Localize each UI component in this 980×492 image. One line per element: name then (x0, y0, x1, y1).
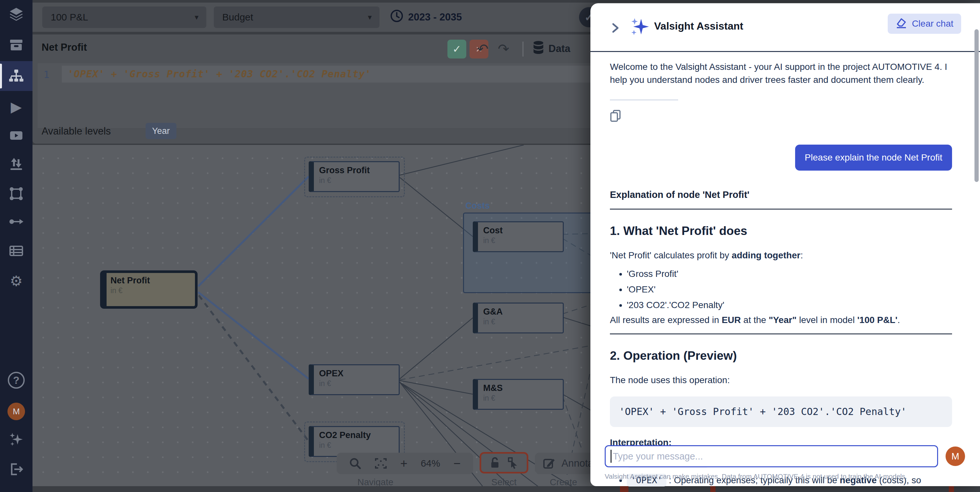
node-opex[interactable]: OPEX in € (309, 364, 400, 395)
archive-icon (8, 37, 24, 54)
sidebar-item-import-export[interactable] (0, 149, 32, 179)
node-net-profit[interactable]: Net Profit in € (100, 271, 197, 309)
frame-icon (8, 186, 24, 203)
play-icon: ▶ (11, 99, 22, 115)
sidebar-item-run[interactable]: ▶ (0, 92, 32, 121)
response-divider (610, 333, 952, 334)
copy-icon[interactable] (610, 110, 952, 126)
clock-icon (390, 9, 404, 25)
zoom-level-value: 64% (421, 458, 440, 469)
line-number: 1 (43, 69, 49, 80)
sidebar-item-models[interactable] (0, 0, 32, 30)
bullet-item: 'OPEX' (627, 283, 952, 296)
sidebar-item-logout[interactable] (0, 455, 32, 485)
sidebar-item-tables[interactable] (0, 237, 32, 266)
response-bullets: 'Gross Profit' 'OPEX' '203 CO2'.'CO2 Pen… (627, 267, 952, 311)
sidebar-item-objects[interactable] (0, 179, 32, 209)
app-window: ▶ ⚙ ? M (0, 0, 980, 492)
sidebar: ▶ ⚙ ? M (0, 0, 32, 492)
node-co2-penalty[interactable]: CO2 Penalty in € (309, 426, 400, 457)
unlock-icon[interactable] (489, 457, 501, 469)
clear-chat-label: Clear chat (912, 19, 953, 29)
navigate-tool-group: + 64% − (337, 453, 473, 474)
model-dropdown[interactable]: 100 P&L ▾ (42, 6, 206, 28)
time-range-picker[interactable]: 2023 - 2035 (390, 6, 462, 28)
gear-icon: ⚙ (10, 273, 22, 289)
red-accent-fragment (620, 486, 628, 492)
flow-icon (8, 214, 24, 231)
response-divider (610, 209, 952, 210)
sidebar-item-presentations[interactable] (0, 121, 32, 151)
response-heading: Explanation of node 'Net Profit' (610, 188, 952, 201)
fit-view-icon[interactable] (375, 457, 387, 470)
chat-input-row: M (605, 445, 967, 467)
sidebar-item-settings[interactable]: ⚙ (0, 266, 32, 296)
formula-text: 'OPEX' + 'Gross Profit' + '203 CO2'.'CO2… (68, 68, 371, 80)
database-icon (532, 40, 544, 57)
bottom-window-strip (0, 486, 980, 492)
chevron-down-icon: ▾ (368, 13, 372, 22)
scenario-dropdown[interactable]: Budget ▾ (214, 6, 380, 28)
assistant-welcome-message: Welcome to the Valsight Assistant - your… (610, 61, 952, 86)
bullet-item: 'Gross Profit' (627, 267, 952, 280)
response-section1-title: 1. What 'Net Profit' does (610, 223, 952, 240)
node-cost[interactable]: Cost in € (473, 221, 564, 252)
chat-user-avatar: M (945, 446, 965, 466)
table-icon (8, 243, 24, 260)
user-message-row: Please explain the node Net Profit (610, 145, 952, 170)
sidebar-item-driver-tree[interactable] (0, 61, 32, 91)
scenario-dropdown-value: Budget (222, 12, 253, 23)
node-ga[interactable]: G&A in € (473, 303, 564, 333)
zoom-out-button[interactable]: − (453, 457, 460, 469)
node-gross-profit[interactable]: Gross Profit in € (309, 161, 400, 192)
chevron-down-icon: ▾ (195, 13, 199, 22)
formula-node-title: Net Profit (41, 41, 87, 53)
assistant-header: Valsight Assistant Clear chat (590, 3, 980, 52)
toolbar-divider (522, 41, 523, 57)
transfer-icon (8, 155, 24, 172)
layers-icon (8, 6, 24, 23)
red-accent-fragment (710, 486, 716, 492)
sidebar-user-avatar[interactable]: M (0, 396, 32, 426)
bullet-item: '203 CO2'.'CO2 Penalty' (627, 299, 952, 312)
sidebar-item-flows[interactable] (0, 207, 32, 237)
node-ms[interactable]: M&S in € (473, 379, 564, 410)
group-label-costs: Costs (465, 201, 490, 211)
text-caret (611, 450, 611, 463)
data-button[interactable]: Data (532, 40, 570, 57)
help-icon: ? (8, 372, 25, 389)
sidebar-item-help[interactable]: ? (0, 365, 32, 395)
apply-formula-button[interactable]: ✓ (447, 40, 466, 59)
sidebar-item-assistant[interactable] (0, 425, 32, 455)
chat-scrollbar[interactable] (974, 29, 979, 182)
search-icon[interactable] (349, 457, 361, 470)
zoom-in-button[interactable]: + (400, 457, 407, 469)
red-accent-fragment (949, 486, 954, 492)
select-tool-group (480, 452, 528, 473)
response-section2-title: 2. Operation (Preview) (610, 347, 952, 365)
assistant-messages[interactable]: Welcome to the Valsight Assistant - your… (610, 52, 952, 438)
tree-icon (8, 68, 24, 84)
response-section1-intro: 'Net Profit' calculates profit by adding… (610, 249, 952, 262)
assistant-disclaimer: Valsight Assistant can make mistakes. Da… (605, 473, 907, 480)
select-cursor-icon[interactable] (507, 457, 519, 469)
operation-code-block: 'OPEX' + 'Gross Profit' + '203 CO2'.'CO2… (610, 396, 952, 427)
logout-icon (8, 462, 24, 478)
message-divider (610, 99, 678, 100)
level-chip-year[interactable]: Year (146, 123, 177, 139)
redo-button[interactable]: ↷ (498, 40, 509, 58)
user-message-bubble: Please explain the node Net Profit (795, 145, 952, 170)
sparkles-icon (8, 431, 24, 449)
chat-message-input[interactable] (605, 445, 938, 467)
clear-chat-button[interactable]: Clear chat (888, 14, 961, 34)
sidebar-item-archive[interactable] (0, 30, 32, 61)
assistant-title: Valsight Assistant (654, 20, 743, 32)
time-range-value: 2023 - 2035 (408, 11, 462, 23)
annotate-icon[interactable] (542, 457, 556, 470)
available-levels-label: Available levels (41, 126, 111, 137)
undo-button[interactable]: ↶ (477, 40, 488, 58)
avatar: M (8, 403, 25, 420)
collapse-panel-button[interactable] (610, 21, 621, 36)
eraser-icon (896, 17, 907, 31)
assistant-panel: Valsight Assistant Clear chat Welcome to… (590, 3, 980, 486)
